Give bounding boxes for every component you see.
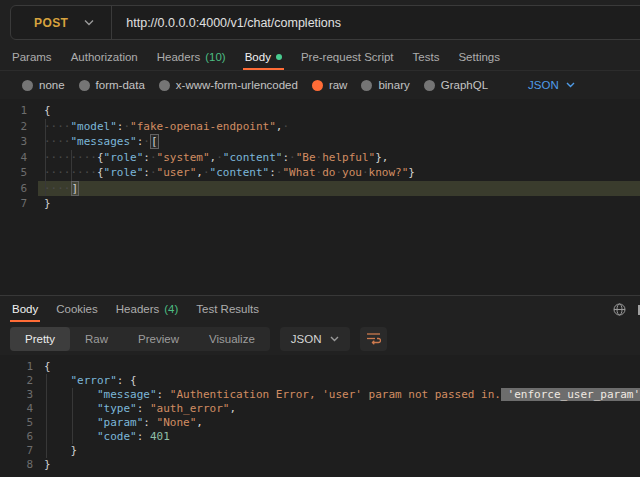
radio-binary[interactable]: binary xyxy=(361,79,409,91)
code-line[interactable]: 4 "type": "auth_error", xyxy=(0,402,640,416)
line-number: 6 xyxy=(0,181,27,197)
radio-icon xyxy=(22,80,33,91)
wrap-text-icon xyxy=(366,332,381,345)
view-preview-button[interactable]: Preview xyxy=(123,327,194,351)
view-pretty-button[interactable]: Pretty xyxy=(10,327,70,351)
radio-none[interactable]: none xyxy=(22,79,65,91)
indent-guide xyxy=(72,388,73,444)
line-number: 4 xyxy=(0,150,27,166)
active-tab-underline xyxy=(10,320,40,322)
response-toolbar: Pretty Raw Preview Visualize JSON xyxy=(0,322,640,355)
code-line[interactable]: 2····"model":·"fake-openai-endpoint",· xyxy=(0,119,640,135)
wrap-text-button[interactable] xyxy=(360,327,387,351)
chevron-down-icon xyxy=(330,336,339,342)
response-tab-cookies[interactable]: Cookies xyxy=(56,296,98,322)
method-selector[interactable]: POST xyxy=(11,16,68,30)
line-number: 4 xyxy=(0,402,33,416)
tab-tests[interactable]: Tests xyxy=(413,44,440,70)
chevron-down-icon[interactable] xyxy=(84,19,94,26)
body-modified-dot-icon xyxy=(276,54,282,60)
headers-count: (10) xyxy=(205,51,225,63)
code-line[interactable]: 7} xyxy=(0,196,640,212)
request-body-editor[interactable]: 1{2····"model":·"fake-openai-endpoint",·… xyxy=(0,99,640,295)
request-url-bar-section: POST http://0.0.0.0:4000/v1/chat/complet… xyxy=(0,0,640,44)
line-number: 8 xyxy=(0,458,33,472)
request-language-select[interactable]: JSON xyxy=(528,79,575,91)
radio-graphql[interactable]: GraphQL xyxy=(424,79,488,91)
tab-authorization[interactable]: Authorization xyxy=(71,44,138,70)
active-tab-underline xyxy=(243,68,284,70)
radio-x-www-form-urlencoded[interactable]: x-www-form-urlencoded xyxy=(159,79,298,91)
radio-icon xyxy=(159,80,170,91)
code-line[interactable]: 8} xyxy=(0,458,640,472)
radio-form-data[interactable]: form-data xyxy=(79,79,145,91)
globe-icon[interactable] xyxy=(613,303,626,316)
tab-params[interactable]: Params xyxy=(12,44,52,70)
code-line[interactable]: 1{ xyxy=(0,103,640,119)
line-number: 5 xyxy=(0,165,27,181)
url-input[interactable]: http://0.0.0.0:4000/v1/chat/completions xyxy=(112,16,341,30)
code-line[interactable]: 6 "code": 401 xyxy=(0,430,640,444)
response-language-select[interactable]: JSON xyxy=(280,327,351,351)
url-bar: POST http://0.0.0.0:4000/v1/chat/complet… xyxy=(10,5,640,40)
request-tabs: Params Authorization Headers(10) Body Pr… xyxy=(0,44,640,71)
line-number: 2 xyxy=(0,374,33,388)
line-number: 7 xyxy=(0,196,27,212)
tab-body[interactable]: Body xyxy=(245,44,282,70)
line-number: 3 xyxy=(0,134,27,150)
code-line[interactable]: 3····"messages":·[ xyxy=(0,134,640,150)
code-line[interactable]: 7 } xyxy=(0,444,640,458)
body-type-row: none form-data x-www-form-urlencoded raw… xyxy=(0,71,640,99)
tab-settings[interactable]: Settings xyxy=(458,44,500,70)
radio-icon xyxy=(424,80,435,91)
line-number: 5 xyxy=(0,416,33,430)
code-line[interactable]: 5 "param": "None", xyxy=(0,416,640,430)
line-number: 3 xyxy=(0,388,33,402)
view-raw-button[interactable]: Raw xyxy=(70,327,123,351)
line-number: 1 xyxy=(0,360,33,374)
response-view-switcher: Pretty Raw Preview Visualize xyxy=(10,327,270,351)
line-number: 7 xyxy=(0,444,33,458)
response-headers-count: (4) xyxy=(164,303,178,315)
code-line[interactable]: 5········{"role":·"user",·"content":·"Wh… xyxy=(0,165,640,181)
radio-raw[interactable]: raw xyxy=(312,79,348,91)
view-visualize-button[interactable]: Visualize xyxy=(194,327,270,351)
indent-guide xyxy=(71,150,72,181)
indent-guide xyxy=(46,374,47,458)
code-line[interactable]: 6····] xyxy=(0,181,640,197)
radio-icon xyxy=(361,80,372,91)
indent-guide xyxy=(45,119,46,196)
radio-selected-icon xyxy=(312,80,323,91)
tab-pre-request-script[interactable]: Pre-request Script xyxy=(301,44,394,70)
response-tabs: Body Cookies Headers(4) Test Results xyxy=(0,295,640,322)
code-line[interactable]: 1{ xyxy=(0,360,640,374)
selected-text: 'enforce_user_param'=True" xyxy=(501,388,640,401)
line-number: 2 xyxy=(0,119,27,135)
response-tab-test-results[interactable]: Test Results xyxy=(196,296,259,322)
code-line[interactable]: 3 "message": "Authentication Error, 'use… xyxy=(0,388,640,402)
response-tab-headers[interactable]: Headers(4) xyxy=(116,296,179,322)
chevron-down-icon xyxy=(566,82,575,88)
code-line[interactable]: 4········{"role":·"system",·"content":·"… xyxy=(0,150,640,166)
tab-headers[interactable]: Headers(10) xyxy=(157,44,226,70)
line-number: 1 xyxy=(0,103,27,119)
radio-icon xyxy=(79,80,90,91)
response-body-editor[interactable]: 1{2 "error": {3 "message": "Authenticati… xyxy=(0,355,640,477)
line-number: 6 xyxy=(0,430,33,444)
code-line[interactable]: 2 "error": { xyxy=(0,374,640,388)
response-tab-body[interactable]: Body xyxy=(12,296,38,322)
